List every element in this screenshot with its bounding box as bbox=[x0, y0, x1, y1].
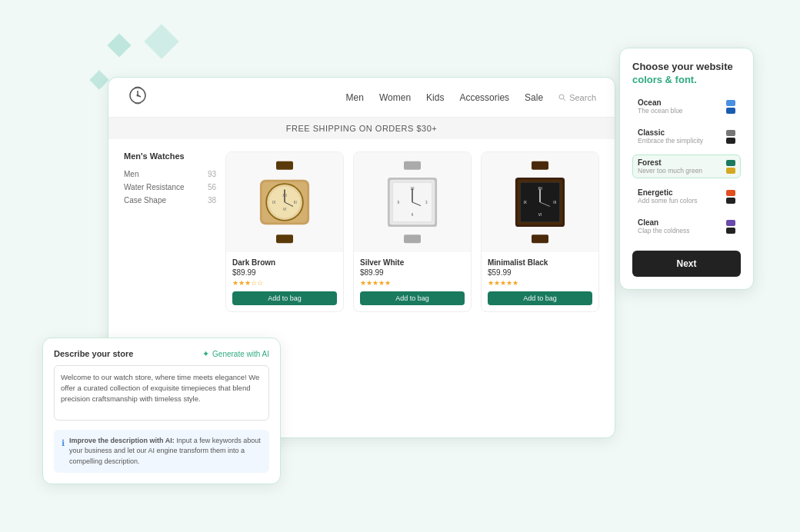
ocean-swatch-2 bbox=[726, 108, 735, 114]
product-price-3: $59.99 bbox=[488, 268, 592, 277]
generate-ai-label: Generate with AI bbox=[212, 350, 269, 358]
theme-forest-desc: Never too much green bbox=[638, 167, 726, 175]
filter-case[interactable]: Case Shape 38 bbox=[124, 196, 216, 204]
filter-water-count: 56 bbox=[208, 183, 216, 191]
svg-text:III: III bbox=[553, 201, 556, 204]
svg-text:XII: XII bbox=[282, 194, 287, 198]
svg-text:VI: VI bbox=[538, 213, 542, 217]
svg-rect-30 bbox=[532, 234, 548, 243]
product-stars-1: ★★★☆☆ bbox=[232, 279, 337, 287]
theme-energetic-colors bbox=[726, 190, 735, 204]
theme-forest[interactable]: Forest Never too much green bbox=[632, 155, 741, 178]
theme-classic-name: Classic bbox=[638, 128, 726, 137]
product-image-3: XII VI III IX bbox=[482, 152, 598, 252]
svg-rect-7 bbox=[276, 234, 293, 243]
nav-accessories[interactable]: Accessories bbox=[459, 92, 509, 103]
diamond-3 bbox=[89, 70, 108, 89]
svg-rect-6 bbox=[276, 161, 293, 170]
site-header: Men Women Kids Accessories Sale Search bbox=[108, 78, 615, 118]
product-name-2: Silver White bbox=[360, 258, 465, 267]
svg-point-4 bbox=[559, 95, 564, 99]
add-to-bag-2[interactable]: Add to bag bbox=[360, 291, 465, 305]
theme-forest-text: Forest Never too much green bbox=[638, 158, 726, 175]
shipping-banner: FREE SHIPPING ON ORDERS $30+ bbox=[108, 118, 615, 139]
svg-rect-18 bbox=[404, 161, 421, 170]
filter-case-label: Case Shape bbox=[124, 196, 166, 204]
search-bar[interactable]: Search bbox=[558, 93, 596, 102]
theme-ocean-colors bbox=[726, 100, 735, 114]
product-info-1: Dark Brown $89.99 ★★★☆☆ Add to bag bbox=[226, 252, 343, 311]
forest-swatch-2 bbox=[726, 168, 735, 174]
info-icon: ℹ bbox=[62, 437, 65, 450]
energetic-swatch-1 bbox=[726, 190, 735, 196]
theme-ocean-name: Ocean bbox=[638, 98, 726, 107]
sidebar-filters: Men's Watches Men 93 Water Resistance 56… bbox=[124, 151, 216, 312]
generate-ai-button[interactable]: ✦ Generate with AI bbox=[202, 349, 269, 359]
theme-classic[interactable]: Classic Embrace the simplicity bbox=[632, 125, 741, 148]
products-grid: XII VI III IX Dark Brown $89.99 ★★★☆☆ Ad… bbox=[225, 151, 599, 312]
svg-line-5 bbox=[564, 98, 566, 101]
product-card-3: XII VI III IX Minimalist Black $59.99 ★★… bbox=[481, 151, 599, 312]
product-image-1: XII VI III IX bbox=[226, 152, 343, 252]
sidebar-title: Men's Watches bbox=[124, 151, 216, 161]
search-label: Search bbox=[569, 93, 596, 102]
add-to-bag-3[interactable]: Add to bag bbox=[488, 291, 592, 305]
filter-water[interactable]: Water Resistance 56 bbox=[124, 183, 216, 191]
theme-clean-text: Clean Clap the coldness bbox=[638, 218, 726, 234]
describe-panel: Describe your store ✦ Generate with AI W… bbox=[42, 337, 281, 485]
svg-text:III: III bbox=[294, 201, 297, 204]
product-card-1: XII VI III IX Dark Brown $89.99 ★★★☆☆ Ad… bbox=[225, 151, 344, 312]
svg-text:12: 12 bbox=[410, 187, 415, 191]
site-content: Men's Watches Men 93 Water Resistance 56… bbox=[108, 139, 615, 324]
classic-swatch-2 bbox=[726, 138, 735, 144]
svg-text:IX: IX bbox=[272, 201, 275, 204]
theme-classic-colors bbox=[726, 130, 735, 144]
color-panel: Choose your website colors & font. Ocean… bbox=[619, 48, 754, 290]
svg-text:IX: IX bbox=[524, 201, 527, 204]
theme-ocean[interactable]: Ocean The ocean blue bbox=[632, 95, 741, 118]
product-stars-3: ★★★★★ bbox=[488, 279, 592, 287]
theme-energetic-name: Energetic bbox=[638, 188, 726, 197]
filter-men[interactable]: Men 93 bbox=[124, 170, 216, 178]
theme-energetic[interactable]: Energetic Add some fun colors bbox=[632, 185, 741, 208]
theme-clean-desc: Clap the coldness bbox=[638, 227, 726, 234]
theme-ocean-text: Ocean The ocean blue bbox=[638, 98, 726, 115]
energetic-swatch-2 bbox=[726, 198, 735, 204]
forest-swatch-1 bbox=[726, 160, 735, 166]
theme-classic-text: Classic Embrace the simplicity bbox=[638, 128, 726, 145]
product-stars-2: ★★★★★ bbox=[360, 279, 465, 287]
svg-point-3 bbox=[137, 95, 139, 97]
product-card-2: 12 6 3 9 Silver White $89.99 ★★★★★ Add t… bbox=[353, 151, 472, 312]
site-logo bbox=[127, 85, 148, 110]
clean-swatch-1 bbox=[726, 220, 735, 226]
add-to-bag-1[interactable]: Add to bag bbox=[232, 291, 337, 305]
ai-tip: ℹ Improve the description with AI: Input… bbox=[54, 430, 269, 474]
theme-clean[interactable]: Clean Clap the coldness bbox=[632, 214, 741, 238]
clean-swatch-2 bbox=[726, 228, 735, 234]
ai-tip-title: Improve the description with AI: bbox=[69, 437, 175, 444]
product-info-3: Minimalist Black $59.99 ★★★★★ Add to bag bbox=[482, 252, 598, 311]
ai-sparkle-icon: ✦ bbox=[202, 349, 209, 359]
product-name-1: Dark Brown bbox=[232, 258, 337, 267]
theme-clean-colors bbox=[726, 220, 735, 234]
product-price-1: $89.99 bbox=[232, 268, 337, 277]
theme-clean-name: Clean bbox=[638, 218, 726, 227]
theme-ocean-desc: The ocean blue bbox=[638, 107, 726, 115]
diamond-2 bbox=[144, 24, 178, 58]
nav-kids[interactable]: Kids bbox=[426, 92, 444, 103]
nav-sale[interactable]: Sale bbox=[525, 92, 543, 103]
nav-men[interactable]: Men bbox=[346, 92, 364, 103]
svg-text:VI: VI bbox=[283, 208, 286, 211]
describe-textarea[interactable]: Welcome to our watch store, where time m… bbox=[54, 365, 269, 421]
svg-rect-29 bbox=[532, 161, 548, 170]
nav-women[interactable]: Women bbox=[379, 92, 411, 103]
panel-subtitle: colors & font. bbox=[632, 74, 741, 85]
filter-water-label: Water Resistance bbox=[124, 183, 185, 191]
filter-men-label: Men bbox=[124, 170, 138, 178]
product-name-3: Minimalist Black bbox=[488, 258, 592, 267]
filter-men-count: 93 bbox=[208, 170, 216, 178]
next-button[interactable]: Next bbox=[632, 251, 741, 277]
theme-forest-name: Forest bbox=[638, 158, 726, 167]
theme-forest-colors bbox=[726, 160, 735, 174]
theme-energetic-text: Energetic Add some fun colors bbox=[638, 188, 726, 204]
